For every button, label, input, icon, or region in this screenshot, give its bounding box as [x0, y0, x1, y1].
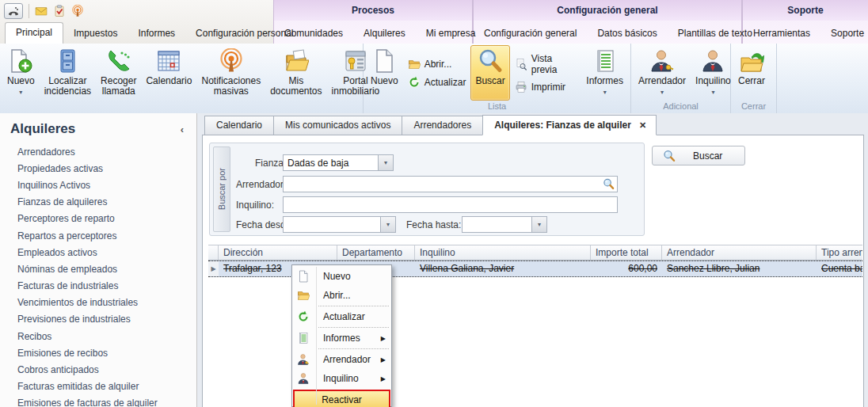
- button-label: Recoger llamada: [101, 76, 136, 97]
- context-menu-item-abrir[interactable]: Abrir...: [292, 286, 391, 305]
- button-label: Mis documentos: [270, 76, 322, 97]
- nuevo-button[interactable]: Nuevo ▾: [2, 45, 40, 101]
- chevron-down-icon: ▾: [19, 87, 22, 97]
- landlord-person-key-icon: [649, 48, 675, 74]
- buscar-submit-button[interactable]: Buscar: [652, 146, 745, 165]
- ribbon-group-label-lista: Lista: [364, 101, 630, 113]
- column-header-direccion[interactable]: Dirección: [219, 245, 337, 260]
- broadcast-icon[interactable]: [71, 5, 84, 17]
- ribbon-tab-configuracion-general[interactable]: Configuración general: [474, 24, 587, 44]
- column-header-importe-total[interactable]: Importe total: [591, 245, 662, 260]
- inquilino-button[interactable]: Inquilino ▾: [691, 45, 736, 101]
- sidebar-item-nominas-de-empleados[interactable]: Nóminas de empleados: [17, 261, 196, 277]
- search-criteria-box: Buscar por Fianzas: Dadas de baja ▾ Arre…: [209, 143, 645, 236]
- sidebar-item-emisiones-de-recibos[interactable]: Emisiones de recibos: [17, 344, 196, 361]
- ribbon-group-principal: Nuevo ▾ Localizar incidencias Recoger ll…: [0, 44, 364, 113]
- sidebar-item-arrendadores[interactable]: Arrendadores: [17, 143, 196, 160]
- dropdown-button[interactable]: ▾: [380, 217, 395, 232]
- phone-quick-button[interactable]: [4, 3, 23, 19]
- button-label: Arrendador: [638, 76, 686, 86]
- sidebar-collapse-icon[interactable]: ‹: [176, 124, 188, 135]
- ribbon-tab-principal[interactable]: Principal: [5, 22, 63, 44]
- dropdown-button[interactable]: ▾: [531, 217, 546, 232]
- sidebar-item-perceptores-de-reparto[interactable]: Perceptores de reparto: [17, 211, 196, 227]
- sidebar-item-list: Arrendadores Propiedades activas Inquili…: [0, 143, 196, 407]
- context-menu-item-inquilino[interactable]: Inquilino ▶: [292, 369, 391, 388]
- actualizar-button[interactable]: Actualizar: [408, 76, 466, 89]
- buscar-button[interactable]: Buscar: [470, 45, 509, 101]
- ribbon-tab-informes[interactable]: Informes: [128, 24, 185, 44]
- doc-tab-mis-comunicados-activos[interactable]: Mis comunicados activos: [273, 116, 402, 135]
- button-label: Nuevo: [7, 76, 35, 86]
- sidebar-item-vencimientos-de-industriales[interactable]: Vencimientos de industriales: [17, 295, 196, 311]
- inquilino-input[interactable]: [283, 196, 618, 213]
- buscar-por-side-tab: Buscar por: [213, 146, 230, 232]
- fecha-desde-select[interactable]: ▾: [283, 216, 396, 233]
- sidebar-item-repartos-a-perceptores[interactable]: Repartos a perceptores: [17, 227, 196, 244]
- column-header-departamento[interactable]: Departamento: [337, 245, 415, 260]
- notificaciones-masivas-button[interactable]: Notificaciones masivas: [196, 45, 265, 101]
- context-menu-item-actualizar[interactable]: Actualizar: [292, 307, 391, 326]
- recoger-llamada-button[interactable]: Recoger llamada: [96, 45, 141, 101]
- search-icon[interactable]: [603, 178, 615, 190]
- column-header-tipo-arrendador[interactable]: Tipo arrenda: [817, 245, 862, 260]
- fecha-hasta-label: Fecha hasta:: [406, 219, 461, 230]
- sidebar-item-emisiones-de-facturas-de-alquiler[interactable]: Emisiones de facturas de alquiler: [17, 395, 196, 407]
- ribbon-tab-impuestos[interactable]: Impuestos: [63, 24, 128, 44]
- chevron-down-icon: ▾: [538, 221, 541, 228]
- fecha-hasta-select[interactable]: ▾: [462, 216, 547, 233]
- context-menu-item-reactivar[interactable]: Reactivar: [293, 390, 390, 407]
- column-header-arrendador[interactable]: Arrendador: [662, 245, 817, 260]
- arrendador-button[interactable]: Arrendador ▾: [634, 45, 691, 101]
- chevron-down-icon: ▾: [386, 221, 390, 228]
- arrendador-input[interactable]: [283, 176, 618, 192]
- new-document-icon: [297, 270, 310, 283]
- sidebar-item-facturas-de-industriales[interactable]: Facturas de industriales: [17, 278, 196, 295]
- calendario-button[interactable]: Calendario: [141, 45, 196, 101]
- context-menu-item-nuevo[interactable]: Nuevo: [292, 267, 391, 286]
- clipboard-check-icon[interactable]: [53, 5, 66, 17]
- ribbon-tab-herramientas[interactable]: Herramientas: [743, 24, 820, 44]
- search-icon: [478, 48, 503, 74]
- sidebar-item-previsiones-de-industriales[interactable]: Previsiones de industriales: [17, 311, 196, 328]
- doc-tab-arrendadores[interactable]: Arrendadores: [402, 116, 482, 135]
- chevron-down-icon: ▾: [661, 87, 664, 97]
- doc-tab-calendario[interactable]: Calendario: [204, 116, 273, 135]
- sidebar-item-facturas-emitidas-de-alquiler[interactable]: Facturas emitidas de alquiler: [17, 378, 196, 395]
- ribbon-group-label-cerrar: Cerrar: [731, 101, 776, 113]
- close-folder-arrow-icon: [739, 48, 764, 74]
- ribbon-tab-alquileres[interactable]: Alquileres: [353, 24, 416, 44]
- mis-documentos-button[interactable]: Mis documentos: [265, 45, 326, 101]
- cerrar-button[interactable]: Cerrar: [733, 45, 770, 101]
- sidebar-item-propiedades-activas[interactable]: Propiedades activas: [17, 160, 196, 177]
- vista-previa-button[interactable]: Vista previa: [515, 53, 577, 75]
- ribbon-tab-comunidades[interactable]: Comunidades: [274, 24, 353, 44]
- inquilino-label: Inquilino:: [236, 200, 274, 211]
- context-menu-item-informes[interactable]: Informes ▶: [292, 329, 391, 348]
- sidebar-item-fianzas-de-alquileres[interactable]: Fianzas de alquileres: [17, 194, 196, 211]
- abrir-button[interactable]: Abrir...: [408, 58, 466, 70]
- imprimir-button[interactable]: Imprimir: [515, 81, 577, 93]
- sidebar-item-empleados-activos[interactable]: Empleados activos: [17, 244, 196, 261]
- sidebar-item-cobros-anticipados[interactable]: Cobros anticipados: [17, 361, 196, 378]
- column-header-inquilino[interactable]: Inquilino: [415, 245, 591, 260]
- ribbon-tab-soporte[interactable]: Soporte: [820, 24, 868, 44]
- doc-tab-alquileres-fianzas[interactable]: Alquileres: Fianzas de alquiler ✕: [482, 115, 657, 135]
- context-menu-item-arrendador[interactable]: Arrendador ▶: [292, 350, 391, 369]
- fianzas-selected-value: Dadas de baja: [284, 158, 378, 169]
- row-indicator-column-header: [208, 245, 219, 260]
- dropdown-button[interactable]: ▾: [378, 155, 393, 170]
- localizar-incidencias-button[interactable]: Localizar incidencias: [40, 45, 96, 101]
- context-group-header: Soporte: [743, 0, 868, 21]
- fianzas-select[interactable]: Dadas de baja ▾: [283, 154, 394, 171]
- mail-icon[interactable]: [35, 5, 48, 17]
- informes-button[interactable]: Informes ▾: [581, 45, 628, 101]
- sidebar-item-inquilinos-activos[interactable]: Inquilinos Activos: [17, 177, 196, 193]
- sidebar: Alquileres ‹ Arrendadores Propiedades ac…: [0, 113, 197, 407]
- sidebar-item-recibos[interactable]: Recibos: [17, 328, 196, 344]
- nuevo-lista-button[interactable]: Nuevo: [366, 45, 403, 101]
- documents-folder-icon: [284, 48, 309, 74]
- new-document-icon: [8, 48, 33, 74]
- ribbon-tab-datos-basicos[interactable]: Datos básicos: [587, 24, 667, 44]
- close-icon[interactable]: ✕: [639, 120, 646, 131]
